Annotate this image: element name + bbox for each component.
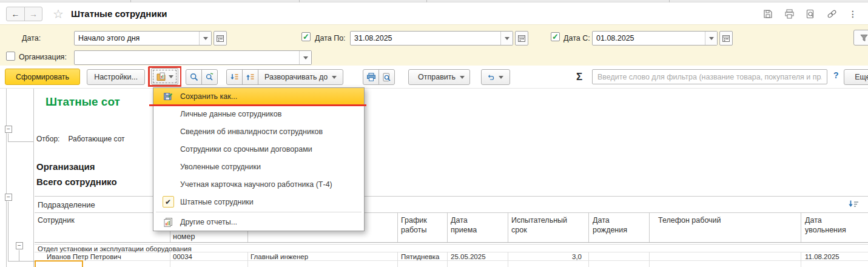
menu-item-label: Штатные сотрудники bbox=[180, 198, 254, 206]
cell-employee[interactable]: Иванов Петр Петрович bbox=[47, 253, 121, 260]
tab-divider bbox=[299, 0, 300, 2]
back-button[interactable]: ← bbox=[7, 7, 24, 21]
grid-line bbox=[35, 260, 868, 261]
chevron-down-icon bbox=[169, 75, 173, 78]
help-button[interactable]: ? bbox=[833, 70, 839, 80]
date-to-input[interactable] bbox=[351, 32, 500, 45]
group-tree-line bbox=[19, 261, 35, 262]
preview-button[interactable] bbox=[805, 8, 816, 19]
cell-dismissal-date[interactable]: 11.08.2025 bbox=[805, 253, 839, 260]
settings-button[interactable]: Настройки... bbox=[87, 69, 145, 85]
collapse-icon[interactable]: − bbox=[5, 126, 12, 133]
menu-item-other-reports[interactable]: Другие отчеты... bbox=[153, 214, 364, 231]
menu-item-label: Учетная карточка научного работника (Т-4… bbox=[180, 180, 332, 189]
selected-cell[interactable] bbox=[35, 260, 83, 267]
organization-dropdown-button[interactable] bbox=[299, 51, 311, 64]
header-number: номер bbox=[173, 232, 195, 242]
menu-item-disability-info[interactable]: Сведения об инвалидности сотрудников bbox=[153, 123, 364, 140]
printer-icon bbox=[366, 73, 376, 81]
group-tree-line bbox=[8, 141, 33, 142]
search-button[interactable] bbox=[186, 69, 202, 85]
more-label: Еще bbox=[855, 73, 868, 81]
date-from-dropdown-button[interactable] bbox=[705, 32, 717, 45]
cell-probation[interactable]: 3,0 bbox=[511, 253, 582, 260]
menu-item-staff-employees[interactable]: ✔ Штатные сотрудники bbox=[153, 193, 364, 211]
save-as-icon bbox=[161, 92, 175, 101]
expand-groups-button[interactable] bbox=[242, 69, 258, 85]
column-divider bbox=[588, 252, 589, 267]
calendar-icon bbox=[518, 35, 525, 42]
menu-item-save-as[interactable]: Сохранить как... bbox=[153, 88, 364, 105]
chevron-down-icon bbox=[505, 37, 510, 40]
window-more-button[interactable]: ⋮ bbox=[847, 8, 858, 19]
collapse-icon[interactable]: − bbox=[16, 242, 23, 249]
header-employee: Сотрудник bbox=[38, 215, 75, 225]
date-to-dropdown-button[interactable] bbox=[500, 32, 513, 45]
top-edge-strip bbox=[0, 0, 868, 2]
date-input[interactable] bbox=[75, 32, 199, 45]
report-variant-icon bbox=[156, 72, 166, 81]
generate-button[interactable]: Сформировать bbox=[5, 69, 80, 85]
quick-filter-button[interactable] bbox=[853, 30, 868, 46]
date-label: Дата: bbox=[22, 34, 41, 42]
report-settings-panel: Дата: ✓ Дата По: ✓ Дата С: Организация: bbox=[0, 24, 868, 66]
cell-schedule[interactable]: Пятидневка bbox=[401, 253, 439, 260]
date-to-checkbox[interactable]: ✓ bbox=[301, 32, 311, 41]
print-button[interactable] bbox=[784, 8, 795, 19]
table-filter-input[interactable] bbox=[592, 69, 827, 84]
header-schedule: График работы bbox=[401, 215, 441, 235]
tab-divider bbox=[426, 0, 427, 2]
date-combo bbox=[74, 31, 212, 46]
page-title: Штатные сотрудники bbox=[71, 8, 167, 19]
menu-item-t4-card[interactable]: Учетная карточка научного работника (Т-4… bbox=[153, 175, 364, 193]
calendar-icon bbox=[217, 35, 224, 42]
organization-checkbox[interactable] bbox=[6, 52, 15, 61]
change-variant-button[interactable] bbox=[481, 69, 510, 85]
search-next-button[interactable] bbox=[201, 69, 218, 85]
menu-item-fixed-term-contracts[interactable]: Сотрудники со срочными договорами bbox=[153, 140, 364, 158]
cell-position[interactable]: Главный инженер bbox=[251, 253, 308, 260]
date-from-checkbox[interactable]: ✓ bbox=[551, 32, 560, 41]
column-divider bbox=[170, 252, 170, 267]
link-icon bbox=[827, 9, 837, 19]
date-calendar-button[interactable] bbox=[214, 31, 227, 46]
organization-input[interactable] bbox=[75, 51, 299, 64]
funnel-icon bbox=[860, 34, 868, 42]
group-tree-line bbox=[8, 134, 8, 141]
print-preview-button[interactable] bbox=[378, 69, 395, 85]
cell-number[interactable]: 00034 bbox=[173, 253, 192, 260]
report-title: Штатные сот bbox=[45, 95, 120, 109]
favorite-star-button[interactable]: ☆ bbox=[53, 8, 64, 20]
expand-to-button[interactable]: Разворачивать до bbox=[258, 69, 343, 85]
selection-label: Отбор: bbox=[36, 135, 59, 143]
preview-magnifier-icon bbox=[382, 73, 391, 82]
menu-item-label: Личные данные сотрудников bbox=[180, 110, 281, 118]
group-row-label[interactable]: Отдел установки и эксплуатации оборудова… bbox=[38, 245, 192, 252]
date-to-calendar-button[interactable] bbox=[515, 31, 528, 46]
calendar-icon bbox=[722, 35, 730, 42]
search-icon bbox=[190, 73, 198, 81]
report-variants-button[interactable] bbox=[151, 68, 178, 85]
save-icon bbox=[763, 9, 773, 19]
get-link-button[interactable] bbox=[826, 8, 837, 19]
forward-button[interactable]: → bbox=[24, 7, 42, 21]
date-from-input[interactable] bbox=[593, 32, 705, 45]
group-tree-line bbox=[8, 201, 8, 261]
minus-glyph: − bbox=[18, 242, 21, 249]
cell-hire-date[interactable]: 25.05.2025 bbox=[451, 253, 486, 260]
date-dropdown-button[interactable] bbox=[199, 32, 211, 45]
tab-divider bbox=[130, 0, 131, 2]
column-divider bbox=[801, 212, 801, 242]
print-report-button[interactable] bbox=[363, 69, 379, 85]
report-toolbar: Сформировать Настройки... Разворачивать … bbox=[0, 66, 868, 89]
more-button[interactable]: Еще bbox=[844, 69, 868, 85]
save-button[interactable] bbox=[762, 8, 773, 19]
date-from-calendar-button[interactable] bbox=[719, 31, 733, 46]
collapse-icon[interactable]: − bbox=[5, 194, 12, 201]
check-icon: ✓ bbox=[552, 33, 559, 41]
menu-item-personal-data[interactable]: Личные данные сотрудников bbox=[153, 105, 364, 123]
collapse-groups-button[interactable] bbox=[226, 69, 243, 85]
send-button[interactable]: Отправить bbox=[408, 69, 470, 85]
menu-item-dismissed-employees[interactable]: Уволенные сотрудники bbox=[153, 158, 364, 175]
sum-indicator: Σ bbox=[576, 71, 582, 83]
